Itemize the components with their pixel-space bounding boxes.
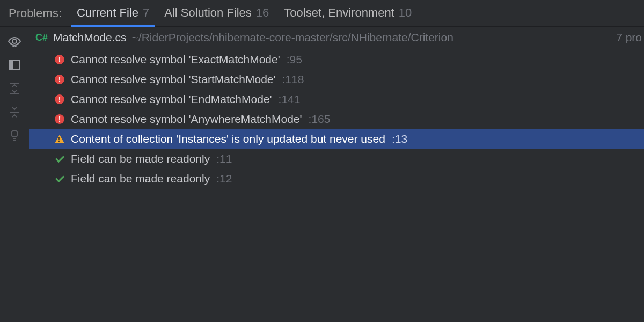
tab-all-solution-files[interactable]: All Solution Files 16 [164,0,269,27]
content: C# MatchMode.cs ~/RiderProjects/nhiberna… [29,27,644,322]
csharp-icon: C# [35,32,48,43]
problem-line: :12 [216,172,232,185]
problem-list: Cannot resolve symbol 'ExactMatchMode':9… [29,48,644,188]
error-icon [55,94,64,104]
problem-line: :118 [282,73,304,86]
problem-message: Field can be made readonly [71,152,210,165]
sidebar [0,27,29,322]
svg-rect-1 [9,60,13,70]
ok-icon [55,174,64,184]
problem-row[interactable]: Field can be made readonly:11 [29,149,644,169]
problem-row[interactable]: Cannot resolve symbol 'ExactMatchMode':9… [29,49,644,69]
problems-label: Problems: [9,6,62,20]
file-header[interactable]: C# MatchMode.cs ~/RiderProjects/nhiberna… [29,27,644,48]
error-icon [55,75,64,84]
tab-count: 7 [143,6,149,20]
tab-count: 16 [256,6,269,20]
file-problem-count: 7 pro [616,31,644,44]
problem-message: Cannot resolve symbol 'StartMatchMode' [71,73,276,86]
tab-label: Toolset, Environment [284,6,394,20]
lightbulb-icon[interactable] [8,129,21,143]
tab-label: Current File [77,6,138,20]
warning-icon [55,135,64,143]
problem-message: Cannot resolve symbol 'ExactMatchMode' [71,53,280,66]
tab-count: 10 [399,6,412,20]
problem-line: :11 [216,152,232,165]
collapse-all-icon[interactable] [8,105,21,119]
tab-current-file[interactable]: Current File 7 [77,0,149,27]
tab-label: All Solution Files [164,6,252,20]
problem-message: Content of collection 'Instances' is onl… [71,133,385,145]
problem-message: Cannot resolve symbol 'EndMatchMode' [71,93,272,106]
main: C# MatchMode.cs ~/RiderProjects/nhiberna… [0,27,644,322]
problem-row[interactable]: Cannot resolve symbol 'StartMatchMode':1… [29,69,644,89]
error-icon [55,55,64,64]
layout-icon[interactable] [8,58,21,72]
eye-icon[interactable] [8,34,21,48]
file-name: MatchMode.cs [53,31,127,44]
problem-line: :13 [392,133,407,145]
problem-row[interactable]: Cannot resolve symbol 'EndMatchMode':141 [29,89,644,109]
problem-row[interactable]: Cannot resolve symbol 'AnywhereMatchMode… [29,109,644,129]
problem-message: Cannot resolve symbol 'AnywhereMatchMode… [71,113,302,126]
error-icon [55,114,64,124]
problem-row[interactable]: Content of collection 'Instances' is onl… [29,129,644,149]
problem-line: :165 [309,113,331,126]
problem-message: Field can be made readonly [71,172,210,185]
problem-line: :141 [279,93,301,106]
problem-row[interactable]: Field can be made readonly:12 [29,169,644,188]
file-path: ~/RiderProjects/nhibernate-core-master/s… [132,31,453,44]
ok-icon [55,154,64,164]
problem-line: :95 [287,53,302,66]
problems-tabs-bar: Problems: Current File 7 All Solution Fi… [0,0,644,27]
tab-toolset-environment[interactable]: Toolset, Environment 10 [284,0,412,27]
expand-all-icon[interactable] [8,82,21,96]
